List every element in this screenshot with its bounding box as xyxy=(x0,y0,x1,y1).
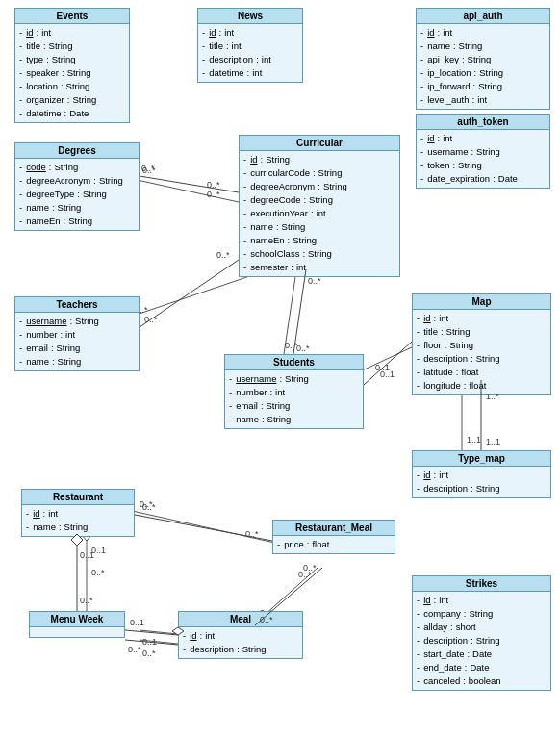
svg-line-36 xyxy=(364,342,412,385)
type-map-body: -id:int -description:String xyxy=(413,467,550,497)
restaurant-meal-header: Restaurant_Meal xyxy=(273,521,395,536)
svg-text:0..*: 0..* xyxy=(207,180,220,190)
degrees-body: -code:String -degreeAcronym:String -degr… xyxy=(15,159,139,230)
curricular-body: -id:String -curricularCode:String -degre… xyxy=(240,151,399,276)
degrees-row-code: -code:String xyxy=(19,161,135,174)
restaurant-box: Restaurant -id:int -name:String xyxy=(21,489,135,537)
type-map-header: Type_map xyxy=(413,451,550,467)
curricular-box: Curricular -id:String -curricularCode:St… xyxy=(239,135,400,277)
curricular-row-nameEn: -nameEn:String xyxy=(243,234,395,247)
svg-text:0..*: 0..* xyxy=(91,568,105,577)
svg-text:0..*: 0..* xyxy=(308,276,321,286)
auth-token-row-username: -username:String xyxy=(420,145,546,159)
restaurant-meal-box: Restaurant_Meal -price:float xyxy=(272,520,395,554)
svg-text:1..1: 1..1 xyxy=(486,437,500,446)
students-row-username: -username:String xyxy=(229,372,359,386)
svg-text:0..*: 0..* xyxy=(128,645,141,654)
curricular-row-code: -curricularCode:String xyxy=(243,166,395,180)
svg-text:0..*: 0..* xyxy=(142,502,156,512)
events-row-location: -location:String xyxy=(19,80,125,93)
strikes-row-description: -description:String xyxy=(417,634,547,648)
news-body: -id:int -title:int -description:int -dat… xyxy=(198,24,302,82)
api-auth-header: api_auth xyxy=(417,9,549,24)
map-row-id: -id:int xyxy=(417,312,547,325)
restaurant-body: -id:int -name:String xyxy=(22,505,134,536)
degrees-row-acronym: -degreeAcronym:String xyxy=(19,174,135,188)
curricular-row-semester: -semester:int xyxy=(243,261,395,274)
menu-week-box: Menu Week xyxy=(29,611,125,638)
curricular-row-id: -id:String xyxy=(243,153,395,166)
svg-line-51 xyxy=(125,640,178,645)
teachers-row-number: -number:int xyxy=(19,328,135,342)
curricular-row-name: -name:String xyxy=(243,220,395,234)
restaurant-meal-body: -price:float xyxy=(273,536,395,553)
news-row-datetime: -datetime:int xyxy=(202,66,298,80)
events-body: -id:int -title:String -type:String -spea… xyxy=(15,24,129,122)
map-box: Map -id:int -title:String -floor:String … xyxy=(412,293,551,395)
students-header: Students xyxy=(225,355,363,370)
api-auth-row-ip-forward: -ip_forward:String xyxy=(420,80,546,93)
strikes-body: -id:int -company:String -allday:short -d… xyxy=(413,592,550,690)
strikes-row-id: -id:int xyxy=(417,594,547,607)
auth-token-body: -id:int -username:String -token:String -… xyxy=(417,130,549,188)
curricular-header: Curricular xyxy=(240,136,399,151)
news-row-description: -description:int xyxy=(202,53,298,66)
svg-line-48 xyxy=(125,630,178,635)
svg-text:0..*: 0..* xyxy=(144,315,158,324)
news-row-id: -id:int xyxy=(202,26,298,39)
api-auth-body: -id:int -name:String -api_key:String -ip… xyxy=(417,24,549,109)
meal-header: Meal xyxy=(179,612,302,627)
menu-week-header: Menu Week xyxy=(30,612,124,627)
svg-text:0..*: 0..* xyxy=(216,250,230,260)
degrees-row-name: -name:String xyxy=(19,201,135,215)
auth-token-row-id: -id:int xyxy=(420,132,546,145)
diagram: 0..* 0..* 0..* 0..* 0..* 0..1 1..* 1..1 … xyxy=(0,0,560,738)
events-row-type: -type:String xyxy=(19,53,125,66)
degrees-row-type: -degreeType:String xyxy=(19,188,135,201)
restaurant-meal-row-price: -price:float xyxy=(277,538,391,551)
svg-text:0..*: 0..* xyxy=(298,570,312,579)
degrees-row-nameEn: -nameEn:String xyxy=(19,215,135,228)
news-row-title: -title:int xyxy=(202,39,298,53)
map-header: Map xyxy=(413,294,550,310)
curricular-row-degreecode: -degreeCode:String xyxy=(243,193,395,207)
teachers-row-name: -name:String xyxy=(19,355,135,369)
svg-text:0..1: 0..1 xyxy=(91,546,106,555)
svg-line-30 xyxy=(140,260,239,327)
api-auth-box: api_auth -id:int -name:String -api_key:S… xyxy=(416,8,550,110)
type-map-box: Type_map -id:int -description:String xyxy=(412,450,551,498)
meal-row-description: -description:String xyxy=(183,643,298,656)
svg-text:0..*: 0..* xyxy=(303,563,317,573)
svg-text:1..1: 1..1 xyxy=(467,435,481,445)
svg-line-13 xyxy=(128,510,279,544)
curricular-row-acronym: -degreeAcronym:String xyxy=(243,180,395,193)
type-map-row-id: -id:int xyxy=(417,469,547,482)
svg-text:0..1: 0..1 xyxy=(380,369,395,379)
strikes-header: Strikes xyxy=(413,576,550,592)
strikes-box: Strikes -id:int -company:String -allday:… xyxy=(412,575,551,691)
api-auth-row-api-key: -api_key:String xyxy=(420,53,546,66)
meal-box: Meal -id:int -description:String xyxy=(178,611,303,659)
svg-text:0..1: 0..1 xyxy=(375,363,390,372)
map-row-floor: -floor:String xyxy=(417,339,547,352)
restaurant-row-id: -id:int xyxy=(26,507,130,521)
svg-text:0..*: 0..* xyxy=(140,499,153,509)
svg-text:0..1: 0..1 xyxy=(142,637,157,647)
degrees-header: Degrees xyxy=(15,143,139,159)
events-row-organizer: -organizer:String xyxy=(19,93,125,107)
events-row-id: -id:int xyxy=(19,26,125,39)
teachers-header: Teachers xyxy=(15,297,139,313)
map-row-description: -description:String xyxy=(417,352,547,366)
svg-line-41 xyxy=(135,515,272,541)
strikes-row-end-date: -end_date:Date xyxy=(417,661,547,674)
svg-text:0..1: 0..1 xyxy=(80,550,94,560)
api-auth-row-id: -id:int xyxy=(420,26,546,39)
svg-text:0..*: 0..* xyxy=(141,164,155,173)
auth-token-row-token: -token:String xyxy=(420,159,546,172)
strikes-row-canceled: -canceled:boolean xyxy=(417,674,547,688)
svg-text:0..1: 0..1 xyxy=(130,618,144,627)
svg-text:0..*: 0..* xyxy=(142,165,156,175)
teachers-row-username: -username:String xyxy=(19,315,135,328)
strikes-row-company: -company:String xyxy=(417,607,547,621)
restaurant-row-name: -name:String xyxy=(26,521,130,534)
